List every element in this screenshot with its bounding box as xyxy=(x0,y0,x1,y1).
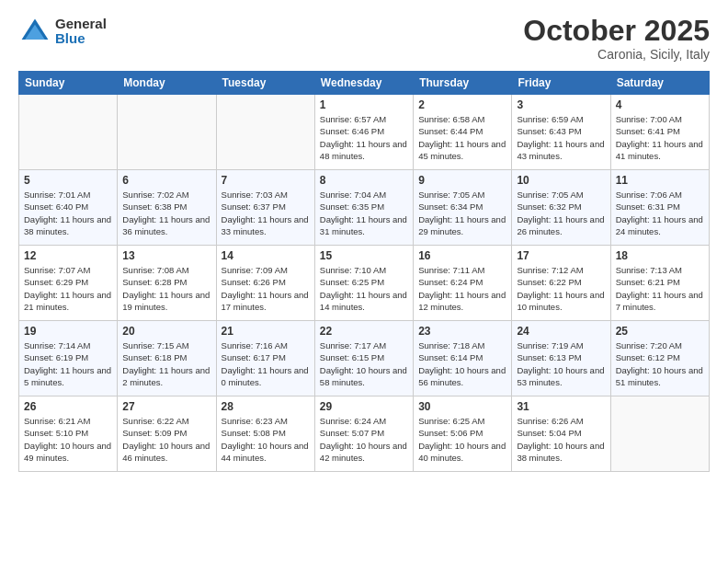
calendar-cell: 2Sunrise: 6:58 AM Sunset: 6:44 PM Daylig… xyxy=(414,95,512,170)
calendar-week-5: 26Sunrise: 6:21 AM Sunset: 5:10 PM Dayli… xyxy=(19,396,710,472)
calendar-cell: 8Sunrise: 7:04 AM Sunset: 6:35 PM Daylig… xyxy=(314,170,413,246)
calendar-cell: 24Sunrise: 7:19 AM Sunset: 6:13 PM Dayli… xyxy=(512,321,610,396)
day-number: 18 xyxy=(616,249,704,262)
col-header-friday: Friday xyxy=(512,72,610,95)
calendar-cell: 23Sunrise: 7:18 AM Sunset: 6:14 PM Dayli… xyxy=(414,321,512,396)
day-info: Sunrise: 7:02 AM Sunset: 6:38 PM Dayligh… xyxy=(122,189,210,237)
day-number: 3 xyxy=(517,98,605,111)
calendar-cell: 21Sunrise: 7:16 AM Sunset: 6:17 PM Dayli… xyxy=(216,321,314,396)
day-info: Sunrise: 7:11 AM Sunset: 6:24 PM Dayligh… xyxy=(418,264,506,313)
calendar-cell: 18Sunrise: 7:13 AM Sunset: 6:21 PM Dayli… xyxy=(610,246,709,321)
calendar-cell: 9Sunrise: 7:05 AM Sunset: 6:34 PM Daylig… xyxy=(414,170,512,246)
calendar-cell: 27Sunrise: 6:22 AM Sunset: 5:09 PM Dayli… xyxy=(118,396,216,472)
day-info: Sunrise: 7:05 AM Sunset: 6:34 PM Dayligh… xyxy=(418,189,506,237)
day-info: Sunrise: 6:58 AM Sunset: 6:44 PM Dayligh… xyxy=(418,113,506,162)
logo-text: General Blue xyxy=(55,17,107,47)
day-info: Sunrise: 6:23 AM Sunset: 5:08 PM Dayligh… xyxy=(222,415,310,464)
col-header-sunday: Sunday xyxy=(19,72,118,95)
col-header-thursday: Thursday xyxy=(414,72,512,95)
day-number: 8 xyxy=(320,174,408,187)
day-number: 23 xyxy=(418,325,506,338)
day-info: Sunrise: 7:10 AM Sunset: 6:25 PM Dayligh… xyxy=(320,264,408,313)
calendar-cell: 6Sunrise: 7:02 AM Sunset: 6:38 PM Daylig… xyxy=(118,170,216,246)
day-number: 2 xyxy=(418,98,506,111)
col-header-tuesday: Tuesday xyxy=(216,72,314,95)
day-info: Sunrise: 6:22 AM Sunset: 5:09 PM Dayligh… xyxy=(122,415,210,464)
calendar-cell: 19Sunrise: 7:14 AM Sunset: 6:19 PM Dayli… xyxy=(19,321,118,396)
calendar-cell: 15Sunrise: 7:10 AM Sunset: 6:25 PM Dayli… xyxy=(314,246,413,321)
calendar-week-3: 12Sunrise: 7:07 AM Sunset: 6:29 PM Dayli… xyxy=(19,246,710,321)
day-number: 4 xyxy=(616,98,704,111)
calendar-cell: 1Sunrise: 6:57 AM Sunset: 6:46 PM Daylig… xyxy=(314,95,413,170)
calendar-cell xyxy=(610,396,709,472)
day-number: 14 xyxy=(222,249,310,262)
title-block: October 2025 Caronia, Sicily, Italy xyxy=(523,15,710,62)
header: General Blue October 2025 Caronia, Sicil… xyxy=(18,15,710,62)
day-info: Sunrise: 7:08 AM Sunset: 6:28 PM Dayligh… xyxy=(122,264,210,313)
calendar-cell: 29Sunrise: 6:24 AM Sunset: 5:07 PM Dayli… xyxy=(314,396,413,472)
calendar-cell: 16Sunrise: 7:11 AM Sunset: 6:24 PM Dayli… xyxy=(414,246,512,321)
day-info: Sunrise: 7:18 AM Sunset: 6:14 PM Dayligh… xyxy=(418,339,506,388)
calendar-cell: 17Sunrise: 7:12 AM Sunset: 6:22 PM Dayli… xyxy=(512,246,610,321)
day-number: 10 xyxy=(517,174,605,187)
day-info: Sunrise: 7:20 AM Sunset: 6:12 PM Dayligh… xyxy=(616,339,704,388)
day-number: 5 xyxy=(24,174,112,187)
day-number: 28 xyxy=(222,400,310,413)
day-number: 27 xyxy=(122,400,210,413)
calendar-cell: 14Sunrise: 7:09 AM Sunset: 6:26 PM Dayli… xyxy=(216,246,314,321)
logo-general-label: General xyxy=(55,17,107,32)
calendar-cell: 31Sunrise: 6:26 AM Sunset: 5:04 PM Dayli… xyxy=(512,396,610,472)
calendar-cell: 28Sunrise: 6:23 AM Sunset: 5:08 PM Dayli… xyxy=(216,396,314,472)
day-number: 30 xyxy=(418,400,506,413)
day-number: 11 xyxy=(616,174,704,187)
day-info: Sunrise: 7:05 AM Sunset: 6:32 PM Dayligh… xyxy=(517,189,605,237)
logo-blue-label: Blue xyxy=(55,31,107,47)
calendar-cell: 3Sunrise: 6:59 AM Sunset: 6:43 PM Daylig… xyxy=(512,95,610,170)
calendar-cell: 10Sunrise: 7:05 AM Sunset: 6:32 PM Dayli… xyxy=(512,170,610,246)
day-info: Sunrise: 7:19 AM Sunset: 6:13 PM Dayligh… xyxy=(517,339,605,388)
day-number: 13 xyxy=(122,249,210,262)
day-info: Sunrise: 7:06 AM Sunset: 6:31 PM Dayligh… xyxy=(616,189,704,237)
day-info: Sunrise: 7:12 AM Sunset: 6:22 PM Dayligh… xyxy=(517,264,605,313)
calendar-cell xyxy=(216,95,314,170)
day-number: 7 xyxy=(222,174,310,187)
col-header-wednesday: Wednesday xyxy=(314,72,413,95)
location-subtitle: Caronia, Sicily, Italy xyxy=(523,47,710,62)
logo-icon xyxy=(18,15,51,48)
calendar-cell: 22Sunrise: 7:17 AM Sunset: 6:15 PM Dayli… xyxy=(314,321,413,396)
day-info: Sunrise: 7:07 AM Sunset: 6:29 PM Dayligh… xyxy=(24,264,112,313)
page: General Blue October 2025 Caronia, Sicil… xyxy=(0,0,728,563)
day-number: 1 xyxy=(320,98,408,111)
calendar-week-2: 5Sunrise: 7:01 AM Sunset: 6:40 PM Daylig… xyxy=(19,170,710,246)
calendar-table: SundayMondayTuesdayWednesdayThursdayFrid… xyxy=(18,71,710,472)
day-number: 20 xyxy=(122,325,210,338)
day-info: Sunrise: 7:17 AM Sunset: 6:15 PM Dayligh… xyxy=(320,339,408,388)
day-number: 12 xyxy=(24,249,112,262)
calendar-week-1: 1Sunrise: 6:57 AM Sunset: 6:46 PM Daylig… xyxy=(19,95,710,170)
calendar-cell: 25Sunrise: 7:20 AM Sunset: 6:12 PM Dayli… xyxy=(610,321,709,396)
col-header-saturday: Saturday xyxy=(610,72,709,95)
day-info: Sunrise: 7:01 AM Sunset: 6:40 PM Dayligh… xyxy=(24,189,112,237)
day-number: 17 xyxy=(517,249,605,262)
calendar-cell: 30Sunrise: 6:25 AM Sunset: 5:06 PM Dayli… xyxy=(414,396,512,472)
calendar-cell: 12Sunrise: 7:07 AM Sunset: 6:29 PM Dayli… xyxy=(19,246,118,321)
calendar-week-4: 19Sunrise: 7:14 AM Sunset: 6:19 PM Dayli… xyxy=(19,321,710,396)
day-number: 19 xyxy=(24,325,112,338)
calendar-cell: 7Sunrise: 7:03 AM Sunset: 6:37 PM Daylig… xyxy=(216,170,314,246)
month-title: October 2025 xyxy=(523,15,710,47)
day-info: Sunrise: 6:26 AM Sunset: 5:04 PM Dayligh… xyxy=(517,415,605,464)
day-number: 21 xyxy=(222,325,310,338)
calendar-cell: 5Sunrise: 7:01 AM Sunset: 6:40 PM Daylig… xyxy=(19,170,118,246)
day-info: Sunrise: 6:57 AM Sunset: 6:46 PM Dayligh… xyxy=(320,113,408,162)
col-header-monday: Monday xyxy=(118,72,216,95)
day-info: Sunrise: 7:03 AM Sunset: 6:37 PM Dayligh… xyxy=(222,189,310,237)
day-number: 25 xyxy=(616,325,704,338)
calendar-cell: 20Sunrise: 7:15 AM Sunset: 6:18 PM Dayli… xyxy=(118,321,216,396)
day-info: Sunrise: 7:14 AM Sunset: 6:19 PM Dayligh… xyxy=(24,339,112,388)
day-info: Sunrise: 7:16 AM Sunset: 6:17 PM Dayligh… xyxy=(222,339,310,388)
day-info: Sunrise: 6:21 AM Sunset: 5:10 PM Dayligh… xyxy=(24,415,112,464)
day-info: Sunrise: 6:24 AM Sunset: 5:07 PM Dayligh… xyxy=(320,415,408,464)
day-info: Sunrise: 7:00 AM Sunset: 6:41 PM Dayligh… xyxy=(616,113,704,162)
day-number: 24 xyxy=(517,325,605,338)
day-number: 31 xyxy=(517,400,605,413)
